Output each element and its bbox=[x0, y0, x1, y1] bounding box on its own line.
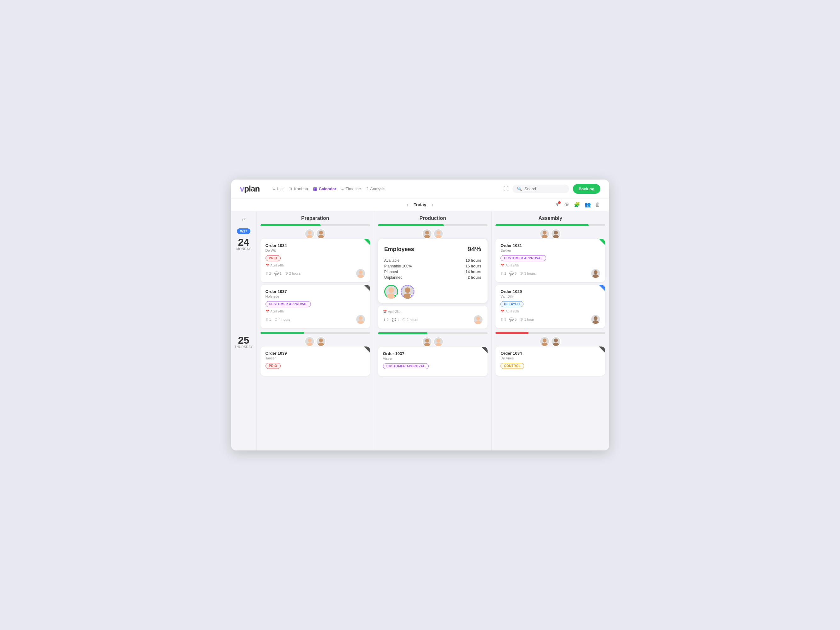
card-date: April 28th bbox=[505, 309, 519, 313]
card-avatar bbox=[591, 315, 600, 324]
column-production: Production bbox=[374, 211, 491, 450]
card-order-1039[interactable]: Order 1039 Jansen PRIO bbox=[261, 346, 370, 376]
logo: vplan bbox=[240, 184, 260, 194]
svg-point-16 bbox=[388, 287, 394, 293]
card-meta-date: 📅 April 24th bbox=[265, 309, 365, 313]
today-label: Today bbox=[414, 202, 426, 207]
clock-icon: ⏱ bbox=[285, 272, 288, 275]
card-order-1034-asm[interactable]: Order 1034 De Vries CONTROL bbox=[496, 346, 605, 376]
calendar-icon-sm: 📅 bbox=[383, 310, 387, 313]
card-avatar bbox=[356, 315, 365, 324]
card-title: Order 1037 bbox=[265, 289, 365, 294]
card-corner-icon bbox=[364, 239, 370, 245]
shuffle-button[interactable]: ⇄ bbox=[242, 216, 246, 222]
upload-icon: ⬆ bbox=[383, 318, 386, 322]
sub-header: ‹ Today › ▼ 👁 🧩 👥 🗑 bbox=[231, 199, 609, 211]
nav-calendar[interactable]: ▦ Calendar bbox=[311, 185, 338, 193]
trash-icon[interactable]: 🗑 bbox=[595, 202, 600, 208]
prod-progress-bar-wrap bbox=[378, 224, 488, 226]
column-assembly: Assembly bbox=[491, 211, 609, 450]
emp-row-plannable: Plannable 100% 16 hours bbox=[384, 264, 481, 268]
emp-label-available: Available bbox=[384, 258, 399, 263]
nav-kanban[interactable]: ⊞ Kanban bbox=[287, 185, 310, 193]
nav-list[interactable]: ≡ List bbox=[271, 185, 285, 193]
emp-title: Employees bbox=[384, 246, 414, 253]
sub-header-right: ▼ 👁 🧩 👥 🗑 bbox=[555, 202, 600, 208]
emp-row-available: Available 16 hours bbox=[384, 258, 481, 263]
upload-stat: ⬆ 3 bbox=[501, 317, 506, 322]
header: vplan ≡ List ⊞ Kanban ▦ Calendar ≡ Timel… bbox=[231, 180, 609, 199]
asm-avatars-row-25 bbox=[496, 336, 605, 346]
calendar-icon-sm: 📅 bbox=[265, 309, 269, 313]
date-nav: ‹ Today › bbox=[407, 202, 433, 208]
msg-icon: 💬 bbox=[274, 272, 279, 276]
msg-stat: 💬 1 bbox=[392, 318, 399, 322]
upload-icon: ⬆ bbox=[501, 317, 503, 322]
eye-icon[interactable]: 👁 bbox=[564, 202, 570, 208]
card-meta-date: 📅 April 28th bbox=[383, 310, 483, 313]
card-avatar bbox=[356, 269, 365, 278]
card-prod-1[interactable]: 📅 April 28th ⬆ 2 💬 1 bbox=[378, 306, 488, 328]
upload-count: 3 bbox=[504, 317, 506, 321]
filter-icon[interactable]: ▼ bbox=[555, 202, 560, 208]
production-header: Production bbox=[378, 211, 488, 224]
prep-progress-bar-wrap-25 bbox=[261, 332, 370, 334]
emp-avatars bbox=[384, 285, 481, 298]
card-order-1034[interactable]: Order 1034 De Wit PRIO 📅 April 24th ⬆ 2 bbox=[261, 239, 370, 282]
asm-progress-bar-wrap bbox=[496, 224, 605, 226]
card-date: April 24th bbox=[505, 264, 519, 267]
asm-day25-group: Order 1034 De Vries CONTROL bbox=[496, 332, 605, 376]
nav-timeline[interactable]: ≡ Timeline bbox=[339, 185, 363, 193]
nav-analysis[interactable]: ⤴ Analysis bbox=[364, 185, 387, 193]
card-title: Order 1034 bbox=[265, 243, 365, 248]
prep-progress-bar-25 bbox=[261, 332, 304, 334]
expand-icon[interactable]: ⛶ bbox=[503, 186, 508, 192]
asm-progress-bar-wrap-25 bbox=[496, 332, 605, 334]
card-corner-icon bbox=[599, 285, 605, 291]
card-stats: ⬆ 2 💬 1 ⏱ 2 hours bbox=[383, 318, 418, 322]
asm-progress-bar-25 bbox=[496, 332, 528, 334]
msg-stat: 💬 5 bbox=[509, 317, 516, 322]
card-order-1031[interactable]: Order 1031 Bakker CUSTOMER APPROVAL 📅 Ap… bbox=[496, 239, 605, 282]
avatar bbox=[316, 336, 326, 346]
time-stat: ⏱ 3 hours bbox=[520, 272, 536, 275]
svg-point-5 bbox=[357, 274, 364, 278]
clock-icon: ⏱ bbox=[274, 317, 278, 321]
calendar-icon-sm: 📅 bbox=[265, 264, 269, 267]
upload-count: 2 bbox=[387, 318, 388, 322]
card-order-1029[interactable]: Order 1029 Van Dijk DELAYED 📅 April 28th… bbox=[496, 285, 605, 328]
search-input[interactable] bbox=[524, 186, 565, 191]
card-corner-icon bbox=[599, 346, 605, 353]
emp-label-unplanned: Unplanned bbox=[384, 275, 403, 280]
prep-day25-group: Order 1039 Jansen PRIO bbox=[261, 332, 370, 376]
avatar bbox=[316, 229, 326, 239]
week-badge: W17 bbox=[237, 228, 250, 234]
card-avatar bbox=[474, 315, 483, 324]
time-stat: ⏱ 2 hours bbox=[402, 318, 418, 322]
msg-icon: 💬 bbox=[392, 318, 396, 322]
card-subtitle: Jansen bbox=[265, 356, 365, 360]
upload-icon: ⬆ bbox=[265, 317, 268, 322]
svg-point-25 bbox=[435, 343, 441, 347]
people-icon[interactable]: 👥 bbox=[584, 202, 591, 208]
svg-point-22 bbox=[425, 339, 429, 343]
card-order-1037-prod[interactable]: Order 1037 Visser CUSTOMER APPROVAL bbox=[378, 347, 488, 376]
timeline-icon: ≡ bbox=[341, 186, 344, 191]
header-right: ⛶ 🔍 Backlog bbox=[503, 184, 600, 194]
svg-point-34 bbox=[543, 338, 546, 342]
avatar bbox=[433, 229, 444, 239]
backlog-button[interactable]: Backlog bbox=[573, 184, 600, 194]
prev-arrow[interactable]: ‹ bbox=[407, 202, 409, 208]
next-arrow[interactable]: › bbox=[431, 202, 433, 208]
analysis-icon: ⤴ bbox=[366, 186, 368, 191]
search-box[interactable]: 🔍 bbox=[512, 185, 569, 193]
card-date: April 24th bbox=[270, 264, 284, 267]
card-meta-date: 📅 April 28th bbox=[501, 309, 600, 313]
time-stat: ⏱ 4 hours bbox=[274, 317, 291, 321]
card-order-1037-prep[interactable]: Order 1037 Hofstede CUSTOMER APPROVAL 📅 … bbox=[261, 285, 370, 328]
svg-point-26 bbox=[543, 231, 546, 234]
svg-point-36 bbox=[554, 338, 558, 342]
prod-progress-bar-wrap-25 bbox=[378, 332, 488, 334]
app-window: vplan ≡ List ⊞ Kanban ▦ Calendar ≡ Timel… bbox=[231, 180, 609, 450]
puzzle-icon[interactable]: 🧩 bbox=[574, 202, 580, 208]
